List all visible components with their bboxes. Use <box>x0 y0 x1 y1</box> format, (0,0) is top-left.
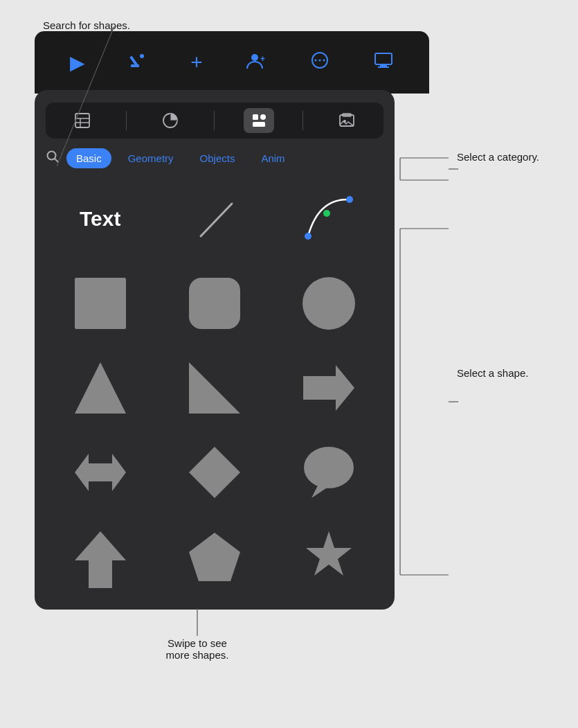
shape-square[interactable] <box>47 265 153 341</box>
category-objects[interactable]: Objects <box>190 148 245 168</box>
svg-marker-34 <box>75 362 126 414</box>
tab-media[interactable] <box>332 108 362 133</box>
svg-marker-38 <box>189 447 240 498</box>
play-icon[interactable]: ▶ <box>70 51 85 74</box>
shape-arrow-horiz[interactable] <box>47 434 153 511</box>
shapes-area: Text <box>46 178 383 597</box>
svg-point-39 <box>304 447 354 488</box>
svg-point-3 <box>251 54 258 61</box>
tab-table[interactable] <box>67 108 98 133</box>
tab-divider-2 <box>214 111 215 130</box>
annotation-swipe: Swipe to see more shapes. <box>128 637 267 661</box>
shape-circle[interactable] <box>276 265 382 341</box>
shape-arrow-up[interactable] <box>47 519 153 595</box>
svg-marker-42 <box>189 533 240 581</box>
shape-rounded-rect[interactable] <box>161 265 267 341</box>
svg-point-29 <box>323 210 330 217</box>
shape-triangle[interactable] <box>47 350 153 426</box>
svg-point-8 <box>323 59 325 61</box>
shape-text[interactable]: Text <box>47 181 153 257</box>
display-icon[interactable] <box>373 51 394 75</box>
svg-rect-19 <box>253 114 258 120</box>
tab-divider-3 <box>302 111 303 130</box>
svg-point-33 <box>302 277 355 330</box>
text-label: Text <box>80 207 120 231</box>
category-basic[interactable]: Basic <box>66 148 111 168</box>
shapes-panel: Basic Geometry Objects Anim Text <box>35 90 395 610</box>
svg-rect-32 <box>189 278 240 329</box>
more-icon[interactable] <box>309 51 330 75</box>
shape-curve[interactable] <box>276 181 382 257</box>
tab-divider-1 <box>126 111 127 130</box>
annotation-shape: Select a shape. <box>457 367 547 379</box>
annotation-icon[interactable] <box>128 51 147 75</box>
shape-line[interactable] <box>161 181 267 257</box>
svg-rect-9 <box>375 53 392 64</box>
search-icon[interactable] <box>46 150 60 167</box>
svg-line-27 <box>201 204 232 236</box>
tab-shapes[interactable] <box>244 108 274 133</box>
svg-rect-21 <box>253 122 265 127</box>
annotation-search: Search for shapes. <box>43 19 130 31</box>
svg-marker-36 <box>303 365 354 411</box>
svg-line-26 <box>55 159 58 162</box>
svg-marker-35 <box>189 362 240 414</box>
svg-marker-37 <box>75 454 126 491</box>
shape-arrow-right[interactable] <box>276 350 382 426</box>
category-row: Basic Geometry Objects Anim <box>46 148 383 168</box>
shape-speech-bubble[interactable] <box>276 434 382 511</box>
shapes-grid: Text <box>46 178 383 597</box>
shape-pentagon[interactable] <box>161 519 267 595</box>
add-user-icon[interactable]: + <box>246 51 267 75</box>
toolbar: ▶ + + <box>35 31 429 94</box>
svg-point-7 <box>318 59 320 61</box>
shape-right-triangle[interactable] <box>161 350 267 426</box>
annotation-category: Select a category. <box>457 151 568 163</box>
svg-text:+: + <box>260 54 265 64</box>
tab-chart[interactable] <box>155 108 186 133</box>
svg-point-30 <box>346 196 353 203</box>
shape-star[interactable] <box>276 519 382 595</box>
shape-diamond[interactable] <box>161 434 267 511</box>
svg-marker-41 <box>75 531 126 588</box>
svg-marker-40 <box>311 484 332 498</box>
svg-point-2 <box>140 54 144 58</box>
svg-point-20 <box>260 114 266 120</box>
svg-point-28 <box>305 233 311 240</box>
svg-rect-12 <box>75 114 89 127</box>
tab-row <box>46 103 383 139</box>
svg-rect-31 <box>75 278 126 329</box>
add-icon[interactable]: + <box>190 51 203 74</box>
category-anim[interactable]: Anim <box>251 148 294 168</box>
category-geometry[interactable]: Geometry <box>118 148 183 168</box>
svg-marker-43 <box>306 531 352 576</box>
svg-point-6 <box>314 59 316 61</box>
